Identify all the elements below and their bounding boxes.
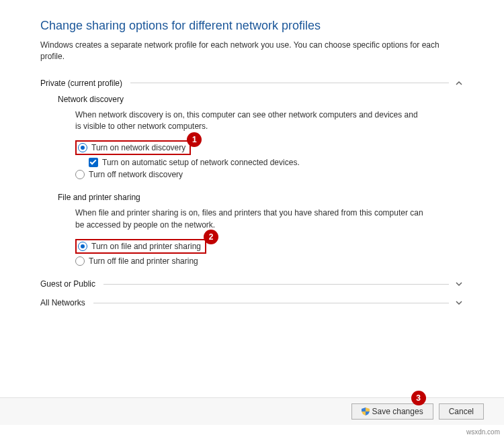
annotation-badge-3: 3 — [411, 391, 426, 405]
annotation-badge-2: 2 — [204, 230, 218, 244]
file-printer-desc: When file and printer sharing is on, fil… — [75, 207, 425, 231]
radio-network-off[interactable] — [75, 170, 85, 179]
section-all-networks[interactable]: All Networks — [40, 298, 464, 307]
radio-fileprinter-on-label: Turn on file and printer sharing — [91, 242, 201, 251]
annotation-badge-1: 1 — [187, 132, 202, 147]
divider — [103, 284, 449, 285]
page-title: Change sharing options for different net… — [40, 19, 464, 33]
footer-bar: Save changes 3 Cancel — [0, 397, 504, 425]
radio-network-off-label: Turn off network discovery — [89, 170, 183, 179]
divider — [93, 303, 449, 303]
cancel-button[interactable]: Cancel — [439, 403, 484, 420]
radio-network-on[interactable] — [78, 143, 87, 152]
radio-fileprinter-on[interactable] — [78, 242, 87, 251]
chevron-down-icon — [454, 279, 464, 289]
network-discovery-label: Network discovery — [58, 95, 464, 104]
save-changes-label: Save changes — [372, 407, 423, 416]
radio-fileprinter-off[interactable] — [75, 256, 85, 266]
highlight-fileprinter-on: Turn on file and printer sharing 2 — [75, 239, 206, 254]
section-private[interactable]: Private (current profile) — [40, 79, 464, 88]
section-guest-label: Guest or Public — [40, 279, 95, 289]
page-description: Windows creates a separate network profi… — [40, 40, 464, 62]
highlight-network-on: Turn on network discovery 1 — [75, 140, 191, 155]
chevron-down-icon — [454, 298, 464, 307]
radio-fileprinter-off-label: Turn off file and printer sharing — [89, 256, 198, 266]
checkbox-auto-setup-label: Turn on automatic setup of network conne… — [102, 158, 300, 167]
section-private-label: Private (current profile) — [40, 79, 122, 88]
chevron-up-icon — [454, 79, 464, 88]
shield-icon — [362, 407, 370, 416]
section-guest[interactable]: Guest or Public — [40, 279, 464, 289]
cancel-label: Cancel — [449, 407, 474, 416]
save-changes-button[interactable]: Save changes 3 — [351, 403, 433, 420]
watermark: wsxdn.com — [466, 428, 500, 436]
file-printer-label: File and printer sharing — [58, 193, 464, 202]
divider — [130, 83, 449, 83]
checkbox-auto-setup[interactable] — [89, 158, 98, 167]
network-discovery-desc: When network discovery is on, this compu… — [75, 109, 425, 133]
radio-network-on-label: Turn on network discovery — [91, 143, 185, 152]
section-all-label: All Networks — [40, 298, 85, 307]
